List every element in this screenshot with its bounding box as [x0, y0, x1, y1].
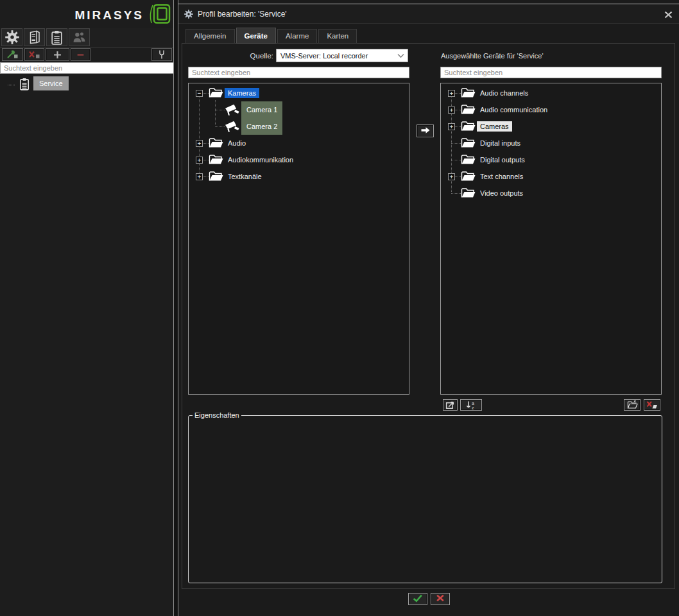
- cancel-button[interactable]: [431, 593, 450, 605]
- expand-expander-icon[interactable]: +: [448, 90, 455, 97]
- source-select[interactable]: VMS-Server: Local recorder: [276, 49, 408, 62]
- dialog-top-border: [178, 3, 679, 4]
- tab-ger-te[interactable]: Geräte: [236, 28, 276, 44]
- tab-karten[interactable]: Karten: [318, 29, 357, 44]
- properties-legend: Eigenschaften: [193, 411, 241, 419]
- properties-fieldset: Eigenschaften: [188, 411, 662, 583]
- add-profile-button[interactable]: [46, 48, 69, 61]
- folder-icon: [461, 121, 476, 132]
- tree-item-audio-channels[interactable]: +Audio channels: [441, 85, 661, 101]
- expand-expander-icon[interactable]: +: [448, 173, 455, 180]
- sidebar-tab-profiles[interactable]: [46, 28, 67, 46]
- check-icon: [413, 594, 423, 604]
- remove-folder-button[interactable]: [644, 399, 660, 411]
- remove-item-button[interactable]: [24, 48, 44, 61]
- ok-button[interactable]: [408, 593, 427, 605]
- tree-connector: [451, 160, 461, 160]
- available-devices-tree[interactable]: −KamerasCamera 1Camera 2+Audio+Audiokomm…: [188, 83, 409, 395]
- selected-devices-search-input[interactable]: [440, 67, 662, 78]
- svg-text:z: z: [472, 406, 474, 410]
- dialog-titlebar[interactable]: Profil bearbeiten: 'Service': [178, 5, 679, 24]
- sidebar-tab-users[interactable]: [69, 28, 90, 46]
- tree-item-label[interactable]: Digital inputs: [477, 138, 524, 148]
- tree-item-label[interactable]: Text channels: [477, 171, 526, 182]
- expand-expander-icon[interactable]: +: [448, 123, 455, 130]
- tab-allgemein[interactable]: Allgemein: [185, 29, 235, 44]
- folder-icon: [209, 155, 224, 166]
- clipboard-icon: [19, 78, 30, 93]
- tree-item-camera-2[interactable]: Camera 2: [189, 118, 409, 135]
- panel-divider[interactable]: [173, 0, 178, 616]
- tree-item-cameras[interactable]: +Cameras: [441, 118, 661, 135]
- camera-icon: [225, 104, 241, 116]
- plug-icon: [158, 49, 166, 60]
- available-devices-search-input[interactable]: [188, 67, 409, 78]
- connect-button[interactable]: [151, 48, 172, 61]
- tree-connector: [203, 176, 209, 177]
- profile-tree-row[interactable]: Service: [0, 76, 173, 92]
- folder-icon: [461, 155, 476, 166]
- mirasys-logo-icon: [147, 3, 171, 28]
- folder-icon: [461, 105, 476, 116]
- expand-expander-icon[interactable]: +: [196, 140, 203, 147]
- profile-item-service[interactable]: Service: [33, 76, 69, 90]
- tree-connector: [203, 160, 209, 160]
- profile-gear-icon: [184, 10, 193, 21]
- tree-connector: [451, 193, 461, 194]
- expand-expander-icon[interactable]: +: [196, 173, 203, 180]
- move-device-button[interactable]: [443, 399, 458, 411]
- selected-tree-tools-right: [624, 399, 660, 411]
- dialog-footer: [178, 593, 679, 605]
- tree-item-label[interactable]: Audio channels: [477, 88, 531, 98]
- folder-icon: [461, 88, 476, 99]
- tree-item-label[interactable]: Textkanäle: [225, 171, 265, 182]
- tree-item-label[interactable]: Kameras: [225, 88, 259, 98]
- tree-item-label[interactable]: Camera 1: [241, 101, 282, 118]
- tree-item-digital-inputs[interactable]: Digital inputs: [441, 135, 661, 151]
- tree-item-text-channels[interactable]: +Text channels: [441, 168, 661, 185]
- tree-item-textkan-le[interactable]: +Textkanäle: [189, 168, 409, 185]
- sidebar: MIRASYS Service: [0, 0, 173, 616]
- sort-alphabetical-button[interactable]: az: [460, 399, 482, 411]
- tree-item-label[interactable]: Audio communication: [477, 105, 551, 115]
- collapse-expander-icon[interactable]: −: [196, 90, 203, 97]
- selected-devices-tree[interactable]: +Audio channels+Audio communication+Came…: [440, 83, 662, 395]
- tree-item-audio-communication[interactable]: +Audio communication: [441, 101, 661, 118]
- add-item-button[interactable]: [2, 48, 23, 61]
- delete-folder-icon: [646, 400, 658, 409]
- tree-item-label[interactable]: Video outputs: [477, 188, 526, 198]
- add-to-profile-button[interactable]: [417, 124, 434, 137]
- tree-item-video-outputs[interactable]: Video outputs: [441, 185, 661, 201]
- tree-item-label[interactable]: Cameras: [477, 121, 512, 132]
- tree-connector: [455, 176, 461, 177]
- folder-icon: [209, 171, 224, 182]
- dialog-title: Profil bearbeiten: 'Service': [198, 5, 287, 24]
- sidebar-tab-settings[interactable]: [1, 28, 22, 46]
- gear-icon: [5, 30, 19, 44]
- sort-az-icon: az: [465, 400, 477, 410]
- tree-item-digital-outputs[interactable]: Digital outputs: [441, 151, 661, 168]
- expand-expander-icon[interactable]: +: [448, 107, 455, 114]
- camera-icon: [225, 121, 241, 133]
- tree-item-label[interactable]: Camera 2: [241, 118, 282, 135]
- svg-text:a: a: [472, 400, 474, 405]
- tree-item-audio[interactable]: +Audio: [189, 135, 409, 151]
- source-label: Quelle:: [217, 52, 273, 60]
- close-icon[interactable]: [663, 10, 673, 20]
- edit-folder-button[interactable]: [624, 399, 640, 411]
- expand-expander-icon[interactable]: +: [196, 157, 203, 164]
- tree-connector: [215, 126, 225, 127]
- tree-item-label[interactable]: Audiokommunikation: [225, 155, 297, 165]
- folder-icon: [209, 88, 224, 99]
- tree-item-label[interactable]: Audio: [225, 138, 249, 148]
- tree-item-camera-1[interactable]: Camera 1: [189, 101, 409, 118]
- sidebar-tab-recorders[interactable]: [24, 28, 45, 46]
- server-icon: [28, 30, 41, 45]
- remove-red-icon: [28, 50, 40, 59]
- tree-item-audiokommunikation[interactable]: +Audiokommunikation: [189, 151, 409, 168]
- tab-alarme[interactable]: Alarme: [277, 29, 317, 44]
- mirasys-logo-text: MIRASYS: [74, 8, 144, 22]
- tree-item-kameras[interactable]: −Kameras: [189, 85, 409, 101]
- tree-item-label[interactable]: Digital outputs: [477, 155, 528, 165]
- delete-profile-button[interactable]: [71, 48, 90, 61]
